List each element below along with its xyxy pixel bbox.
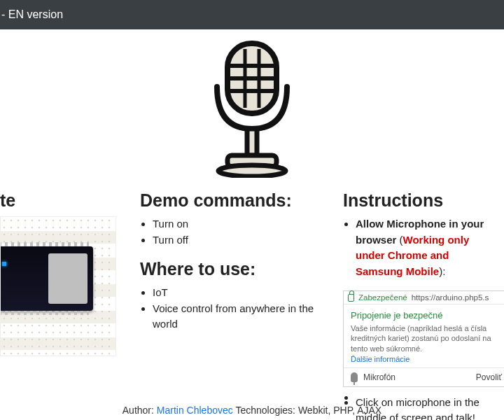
list-item: Turn on xyxy=(153,216,322,232)
permission-body: Pripojenie je bezpečné Vaše informácie (… xyxy=(344,304,504,368)
hardware-heading: te xyxy=(0,190,112,211)
list-item: Turn off xyxy=(153,232,322,248)
top-bar: - EN version xyxy=(0,0,504,29)
demo-commands-heading: Demo commands: xyxy=(140,190,322,211)
column-instructions: Instructions Allow Microphone in your br… xyxy=(329,190,504,420)
mic-small-icon xyxy=(351,372,358,382)
columns: te Demo commands: Turn on Turn off Where… xyxy=(0,183,504,420)
instruction-step-allow: Allow Microphone in your browser (Workin… xyxy=(356,216,497,279)
column-hardware: te xyxy=(0,190,119,420)
microphone-icon[interactable] xyxy=(196,38,308,178)
demo-commands-list: Turn on Turn off xyxy=(140,216,322,248)
page-title: - EN version xyxy=(1,8,63,21)
svg-point-8 xyxy=(218,165,286,176)
more-info-link[interactable]: Ďalšie informácie xyxy=(351,355,502,363)
url-text: https://arduino.php5.s xyxy=(412,293,489,302)
lock-icon xyxy=(348,294,354,302)
list-item: IoT xyxy=(153,285,322,301)
where-to-use-heading: Where to use: xyxy=(140,259,322,279)
allow-button[interactable]: Povoliť xyxy=(476,372,502,382)
connection-title: Pripojenie je bezpečné xyxy=(351,310,502,321)
instruction-bullet-placeholder xyxy=(356,390,497,393)
instructions-heading: Instructions xyxy=(343,190,497,211)
author-label: Author: xyxy=(122,405,157,416)
mic-label: Mikrofón xyxy=(363,372,396,382)
list-item: Voice control from anywhere in the world xyxy=(153,301,322,332)
paren-close: ): xyxy=(439,265,445,277)
permission-popup: Zabezpečené https://arduino.php5.s Pripo… xyxy=(343,290,504,387)
where-to-use-list: IoT Voice control from anywhere in the w… xyxy=(140,285,322,332)
author-link[interactable]: Martin Chlebovec xyxy=(157,405,233,416)
address-bar: Zabezpečené https://arduino.php5.s xyxy=(344,291,504,304)
svg-rect-6 xyxy=(247,129,257,155)
instructions-list: Allow Microphone in your browser (Workin… xyxy=(343,216,497,279)
secure-label: Zabezpečené xyxy=(358,293,407,302)
mic-permission-row: Mikrofón Povoliť xyxy=(344,368,504,386)
connection-desc: Vaše informácie (napríklad heslá a čísla… xyxy=(351,323,502,354)
footer: Author: Martin Chlebovec Technologies: W… xyxy=(0,405,504,416)
tech-text: Technologies: Webkit, PHP, AJAX xyxy=(233,405,382,416)
column-demo: Demo commands: Turn on Turn off Where to… xyxy=(119,190,329,420)
board-photo xyxy=(0,216,116,356)
nodemcu-chip xyxy=(0,246,93,311)
hero xyxy=(0,29,504,183)
